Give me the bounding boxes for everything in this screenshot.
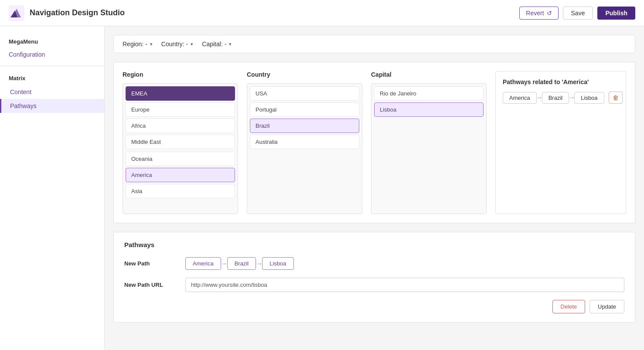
layout: MegaMenu Configuration Matrix Content Pa… xyxy=(0,26,644,350)
list-item[interactable]: Europe xyxy=(126,102,235,117)
new-path-label: New Path xyxy=(124,260,177,267)
revert-button[interactable]: Revert ↺ xyxy=(519,7,558,20)
header: Navigation Design Studio Revert ↺ Save P… xyxy=(0,0,644,26)
sidebar-divider xyxy=(0,66,104,66)
new-path-row: New Path America → Brazil → Lisboa xyxy=(124,257,624,270)
columns-area: Region EMEA Europe Africa Middle East Oc… xyxy=(113,62,635,223)
save-button[interactable]: Save xyxy=(563,7,593,20)
megamenu-title: MegaMenu xyxy=(0,35,104,48)
path-chip-arrow-icon: → xyxy=(221,260,228,268)
capital-column: Capital Rio de Janeiro Lisboa xyxy=(371,71,487,214)
country-filter[interactable]: Country: - ▾ xyxy=(161,41,193,48)
update-button[interactable]: Update xyxy=(589,300,624,313)
sidebar-item-pathways[interactable]: Pathways xyxy=(0,99,104,113)
header-left: Navigation Design Studio xyxy=(9,5,125,21)
path-chip-arrow-icon: → xyxy=(256,260,262,268)
region-chevron-icon: ▾ xyxy=(150,41,153,47)
new-path-url-input[interactable] xyxy=(185,278,624,292)
path-chip-lisboa: Lisboa xyxy=(262,257,293,270)
list-item[interactable]: Portugal xyxy=(250,102,359,117)
country-chevron-icon: ▾ xyxy=(191,41,193,47)
pathway-chip-brazil: Brazil xyxy=(542,92,569,104)
pathway-chip-lisboa: Lisboa xyxy=(574,92,604,104)
new-path-url-row: New Path URL xyxy=(124,278,624,292)
delete-button[interactable]: Delete xyxy=(552,300,586,313)
list-item[interactable]: Middle East xyxy=(126,135,235,149)
list-item[interactable]: USA xyxy=(250,86,359,101)
list-item[interactable]: Rio de Janeiro xyxy=(374,86,484,101)
region-column-title: Region xyxy=(123,71,238,78)
path-chip-brazil: Brazil xyxy=(227,257,256,270)
pathway-chips: America → Brazil → Lisboa 🗑 xyxy=(503,92,619,104)
pathways-section: Pathways New Path America → Brazil → Lis… xyxy=(113,232,635,323)
capital-filter[interactable]: Capital: - ▾ xyxy=(202,41,232,48)
capital-chevron-icon: ▾ xyxy=(229,41,232,47)
capital-list: Rio de Janeiro Lisboa xyxy=(371,83,487,214)
new-path-url-label: New Path URL xyxy=(124,282,177,288)
country-list: USA Portugal Brazil Australia xyxy=(247,83,362,214)
region-filter[interactable]: Region: - ▾ xyxy=(123,41,153,48)
revert-icon: ↺ xyxy=(547,10,552,17)
pathway-chip-america: America xyxy=(503,92,537,104)
pathways-panel-title: Pathways related to 'America' xyxy=(503,78,619,85)
sidebar: MegaMenu Configuration Matrix Content Pa… xyxy=(0,26,105,350)
new-path-chips: America → Brazil → Lisboa xyxy=(185,257,294,270)
list-item[interactable]: Lisboa xyxy=(374,102,484,117)
list-item[interactable]: America xyxy=(126,168,235,182)
country-column-title: Country xyxy=(247,71,362,78)
publish-button[interactable]: Publish xyxy=(597,7,635,20)
capital-column-title: Capital xyxy=(371,71,487,78)
logo-icon xyxy=(9,5,24,21)
filter-bar: Region: - ▾ Country: - ▾ Capital: - ▾ xyxy=(113,35,635,53)
list-item[interactable]: Oceania xyxy=(126,152,235,166)
list-item[interactable]: Africa xyxy=(126,119,235,133)
main-content: Region: - ▾ Country: - ▾ Capital: - ▾ Re… xyxy=(105,26,644,350)
list-item[interactable]: Asia xyxy=(126,184,235,198)
pathways-panel: Pathways related to 'America' America → … xyxy=(495,71,626,214)
header-actions: Revert ↺ Save Publish xyxy=(519,7,635,20)
app-title: Navigation Design Studio xyxy=(30,8,125,17)
country-column: Country USA Portugal Brazil Australia xyxy=(247,71,362,214)
sidebar-item-configuration[interactable]: Configuration xyxy=(0,48,104,61)
list-item[interactable]: EMEA xyxy=(126,86,235,101)
sidebar-item-content[interactable]: Content xyxy=(0,85,104,99)
region-column: Region EMEA Europe Africa Middle East Oc… xyxy=(123,71,238,214)
pathway-delete-button[interactable]: 🗑 xyxy=(609,92,623,104)
path-chip-america: America xyxy=(185,257,221,270)
list-item[interactable]: Australia xyxy=(250,135,359,149)
matrix-title: Matrix xyxy=(0,71,104,85)
region-list: EMEA Europe Africa Middle East Oceania A… xyxy=(123,83,238,214)
action-row: Delete Update xyxy=(124,300,624,313)
list-item[interactable]: Brazil xyxy=(250,119,359,133)
pathways-section-title: Pathways xyxy=(124,241,624,248)
